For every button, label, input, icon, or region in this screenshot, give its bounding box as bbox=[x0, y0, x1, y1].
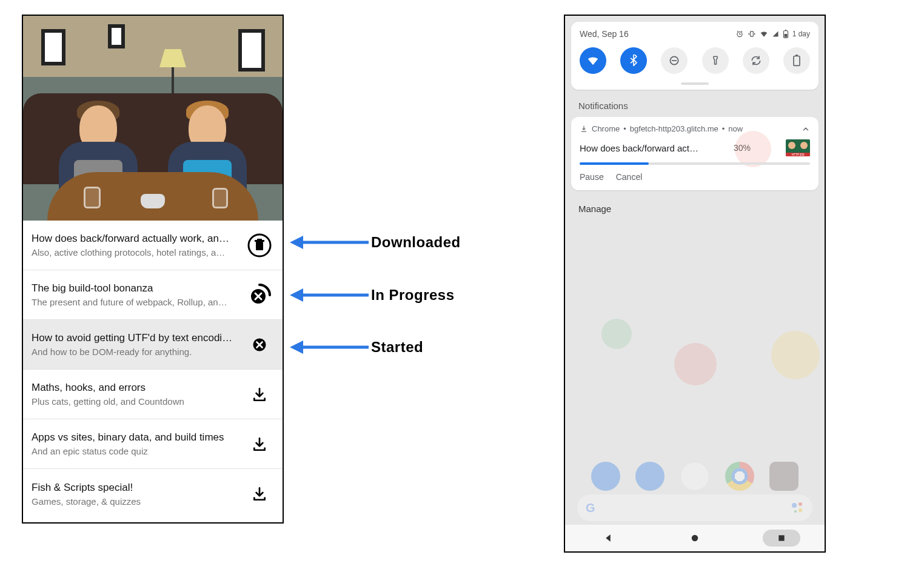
manage-notifications-link[interactable]: Manage bbox=[565, 190, 825, 227]
progress-cancel-icon bbox=[247, 283, 272, 307]
episode-title: How does back/forward actually work, an… bbox=[32, 233, 240, 245]
back-button[interactable] bbox=[589, 530, 627, 547]
camera-app-icon[interactable] bbox=[769, 462, 798, 491]
chevron-up-icon[interactable] bbox=[802, 125, 810, 133]
assistant-icon[interactable] bbox=[792, 502, 804, 514]
battery-text: 1 day bbox=[792, 30, 810, 38]
svg-marker-9 bbox=[290, 288, 303, 302]
phone-app-icon[interactable] bbox=[591, 462, 620, 491]
flashlight-toggle[interactable] bbox=[702, 47, 729, 74]
arrow-icon bbox=[290, 233, 369, 251]
annotation-downloaded: Downloaded bbox=[290, 233, 461, 251]
download-button[interactable] bbox=[245, 486, 274, 502]
dnd-toggle[interactable] bbox=[661, 47, 688, 74]
episode-title: Maths, hooks, and errors bbox=[32, 382, 240, 394]
episode-row[interactable]: How to avoid getting UTF'd by text encod… bbox=[23, 320, 283, 370]
episode-title: How to avoid getting UTF'd by text encod… bbox=[32, 332, 240, 344]
wifi-icon bbox=[586, 54, 600, 67]
episode-row[interactable]: The big build-tool bonanza The present a… bbox=[23, 270, 283, 320]
back-icon bbox=[603, 533, 614, 544]
vibrate-icon bbox=[748, 30, 756, 38]
hero-image bbox=[23, 16, 283, 221]
wifi-icon bbox=[760, 30, 768, 38]
cancel-button[interactable]: Cancel bbox=[616, 172, 643, 182]
arrow-icon bbox=[290, 338, 369, 356]
notification-source: bgfetch-http203.glitch.me bbox=[630, 124, 718, 133]
svg-rect-16 bbox=[784, 34, 787, 37]
quick-settings-panel: Wed, Sep 16 1 day bbox=[571, 22, 819, 90]
notification-title: How does back/forward act… bbox=[580, 143, 698, 153]
pause-button[interactable]: Pause bbox=[580, 172, 604, 182]
download-icon bbox=[580, 125, 588, 133]
episode-title: Fish & Scripts special! bbox=[32, 482, 240, 494]
annotation-label: In Progress bbox=[371, 287, 455, 304]
cancel-progress-button[interactable] bbox=[245, 283, 274, 307]
drag-handle[interactable] bbox=[681, 82, 709, 85]
navigation-bar bbox=[565, 525, 825, 551]
android-phone-frame: Wed, Sep 16 1 day bbox=[564, 15, 826, 553]
svg-rect-1 bbox=[256, 242, 263, 250]
chrome-app-icon[interactable] bbox=[725, 462, 754, 491]
episode-row[interactable]: Maths, hooks, and errors Plus cats, gett… bbox=[23, 370, 283, 419]
play-store-icon[interactable] bbox=[680, 462, 709, 491]
delete-download-button[interactable] bbox=[245, 233, 274, 258]
notification-thumbnail bbox=[786, 139, 810, 156]
svg-rect-15 bbox=[785, 30, 786, 31]
dnd-icon bbox=[668, 55, 680, 67]
auto-rotate-toggle[interactable] bbox=[743, 47, 769, 74]
alarm-icon bbox=[735, 30, 744, 38]
download-icon bbox=[252, 387, 267, 402]
download-button[interactable] bbox=[245, 387, 274, 402]
download-icon bbox=[252, 486, 267, 502]
annotation-started: Started bbox=[290, 338, 423, 356]
download-button[interactable] bbox=[245, 436, 274, 452]
notifications-header: Notifications bbox=[565, 90, 825, 117]
svg-rect-20 bbox=[795, 55, 797, 56]
episode-title: The big build-tool bonanza bbox=[32, 282, 240, 294]
arrow-icon bbox=[290, 286, 369, 304]
episode-subtitle: Also, active clothing protocols, hotel r… bbox=[32, 247, 240, 258]
svg-rect-3 bbox=[257, 239, 262, 241]
bluetooth-toggle[interactable] bbox=[620, 47, 647, 74]
flashlight-icon bbox=[710, 55, 721, 67]
messages-app-icon[interactable] bbox=[635, 462, 665, 491]
battery-icon bbox=[783, 30, 789, 38]
annotation-in-progress: In Progress bbox=[290, 286, 455, 304]
progress-bar bbox=[580, 162, 810, 165]
episode-subtitle: And how to be DOM-ready for anything. bbox=[32, 347, 240, 357]
svg-rect-13 bbox=[750, 32, 753, 36]
trash-icon bbox=[247, 233, 272, 258]
episode-row[interactable]: Apps vs sites, binary data, and build ti… bbox=[23, 419, 283, 469]
status-bar-date: Wed, Sep 16 bbox=[580, 29, 629, 39]
google-logo: G bbox=[586, 501, 595, 515]
episode-title: Apps vs sites, binary data, and build ti… bbox=[32, 431, 240, 444]
svg-rect-19 bbox=[794, 56, 800, 66]
notification-time: now bbox=[728, 124, 743, 133]
annotation-label: Downloaded bbox=[371, 234, 461, 251]
cancel-download-button[interactable] bbox=[245, 336, 274, 354]
dock bbox=[565, 462, 825, 491]
cell-signal-icon bbox=[772, 30, 779, 38]
home-icon bbox=[689, 533, 700, 544]
battery-icon bbox=[792, 55, 801, 67]
rotate-icon bbox=[750, 55, 762, 67]
episode-row[interactable]: Fish & Scripts special! Games, storage, … bbox=[23, 469, 283, 519]
episode-row[interactable]: How does back/forward actually work, an…… bbox=[23, 221, 283, 270]
bluetooth-icon bbox=[628, 55, 640, 67]
status-bar-icons: 1 day bbox=[735, 30, 810, 38]
notification-app: Chrome bbox=[592, 124, 620, 133]
cancel-icon bbox=[250, 336, 269, 354]
home-button[interactable] bbox=[676, 530, 714, 547]
episode-subtitle: The present and future of webpack, Rollu… bbox=[32, 297, 240, 307]
battery-saver-toggle[interactable] bbox=[783, 47, 810, 74]
download-notification[interactable]: Chrome • bgfetch-http203.glitch.me • now… bbox=[571, 117, 819, 190]
episode-subtitle: Plus cats, getting old, and Countdown bbox=[32, 396, 240, 407]
svg-marker-11 bbox=[290, 341, 303, 354]
google-search-bar[interactable]: G bbox=[577, 494, 812, 521]
svg-point-21 bbox=[692, 535, 698, 542]
wifi-toggle[interactable] bbox=[580, 47, 606, 74]
episode-list: How does back/forward actually work, an…… bbox=[23, 221, 283, 519]
recents-button[interactable] bbox=[763, 530, 800, 547]
episode-subtitle: And an epic status code quiz bbox=[32, 446, 240, 456]
svg-rect-22 bbox=[778, 535, 784, 540]
